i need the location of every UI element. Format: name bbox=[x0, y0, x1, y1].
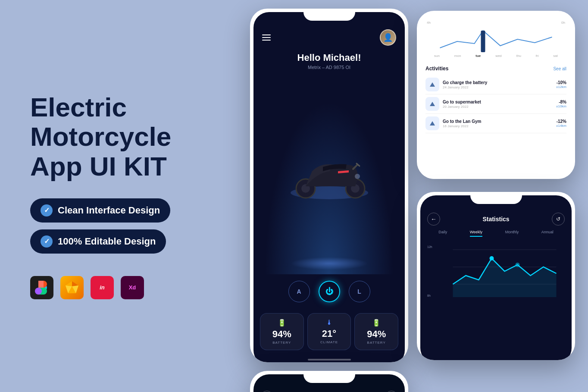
climate-label: CLIMATE bbox=[313, 340, 346, 344]
activity-icon-charge bbox=[425, 78, 439, 91]
svg-point-23 bbox=[516, 263, 520, 267]
tab-daily[interactable]: Daily bbox=[438, 230, 447, 237]
hamburger-menu-icon[interactable] bbox=[262, 34, 271, 41]
activity-stats-charge: -10% ±12km bbox=[556, 80, 566, 89]
stat-climate: 🌡 21° CLIMATE bbox=[307, 313, 351, 350]
stat-battery-2: 🔋 94% BATTERY bbox=[354, 313, 398, 350]
battery-value-1: 94% bbox=[266, 329, 298, 340]
activities-title: Activities bbox=[425, 66, 448, 72]
activity-pct-gym: -12% bbox=[556, 119, 566, 124]
activity-item-0: Go charge the battery 24 January 2022 -1… bbox=[425, 75, 566, 94]
sketch-icon bbox=[60, 276, 84, 299]
svg-marker-21 bbox=[453, 258, 557, 297]
activity-icon-gym bbox=[425, 116, 439, 130]
activity-date-gym: 16 January 2022 bbox=[443, 124, 553, 128]
phone-statistics: ← Statistics ↺ Daily Weekly Monthly Annu… bbox=[417, 192, 575, 360]
see-all-link[interactable]: See all bbox=[553, 66, 566, 71]
left-panel: Electric Motorcycle App UI KIT ✓ Clean I… bbox=[0, 0, 241, 392]
phone-notch-activities bbox=[470, 11, 522, 23]
refresh-button[interactable]: ↺ bbox=[552, 213, 565, 226]
phone-notch-main bbox=[303, 9, 355, 21]
greeting-text: Hello Michael! bbox=[262, 52, 396, 63]
auto-button[interactable]: A bbox=[288, 281, 310, 302]
climate-icon: 🌡 bbox=[313, 319, 346, 326]
activity-date-market: 20 January 2022 bbox=[443, 105, 553, 109]
stats-tabs: Daily Weekly Monthly Annual bbox=[420, 230, 572, 241]
battery-label-1: BATTERY bbox=[266, 341, 298, 345]
svg-marker-5 bbox=[66, 281, 72, 286]
greeting-section: Hello Michael! Metrix – AD 9875 OI bbox=[253, 50, 405, 72]
activity-date-charge: 24 January 2022 bbox=[443, 85, 553, 89]
activity-stats-market: -8% ±10km bbox=[556, 100, 566, 108]
scooter-glow bbox=[291, 257, 368, 270]
battery-label-2: BATTERY bbox=[360, 341, 393, 345]
xd-icon: Xd bbox=[121, 276, 144, 299]
svg-marker-4 bbox=[72, 281, 78, 286]
stats-page-title: Statistics bbox=[482, 216, 509, 223]
activity-info-market: Go to supermarket 20 January 2022 bbox=[443, 100, 553, 109]
back-button[interactable]: ← bbox=[427, 213, 440, 226]
badge-clean-interface: ✓ Clean Interface Design bbox=[30, 198, 170, 223]
tools-row: in Xd bbox=[30, 276, 216, 299]
activity-km-gym: ±14km bbox=[556, 124, 566, 128]
activity-info-gym: Go to the Lan Gym 16 January 2022 bbox=[443, 119, 553, 128]
tab-annual[interactable]: Annual bbox=[541, 230, 554, 237]
activity-item-1: Go to supermarket 20 January 2022 -8% ±1… bbox=[425, 94, 566, 114]
activity-name-charge: Go charge the battery bbox=[443, 80, 553, 85]
avatar: 👤 bbox=[380, 29, 396, 46]
check-icon-2: ✓ bbox=[41, 235, 53, 248]
phone-main-screen: 👤 Hello Michael! Metrix – AD 9875 OI bbox=[253, 12, 405, 362]
activity-pct-charge: -10% bbox=[556, 80, 566, 85]
stats-chart-area: 12h 8h bbox=[420, 241, 572, 301]
invision-icon: in bbox=[91, 276, 114, 299]
battery-icon-2: 🔋 bbox=[360, 319, 393, 327]
check-icon-1: ✓ bbox=[41, 204, 53, 216]
svg-rect-17 bbox=[481, 31, 485, 52]
tab-monthly[interactable]: Monthly bbox=[505, 230, 519, 237]
lock-button[interactable]: L bbox=[349, 281, 370, 302]
home-indicator bbox=[308, 359, 351, 361]
figma-icon bbox=[30, 276, 53, 299]
activity-info-charge: Go charge the battery 24 January 2022 bbox=[443, 80, 553, 89]
stat-battery-1: 🔋 94% BATTERY bbox=[260, 313, 304, 350]
svg-point-16 bbox=[355, 174, 360, 179]
activity-stats-gym: -12% ±14km bbox=[556, 119, 566, 128]
climate-value: 21° bbox=[313, 328, 346, 339]
activity-pct-market: -8% bbox=[556, 100, 566, 104]
main-title: Electric Motorcycle App UI KIT bbox=[30, 93, 216, 181]
phone-activities: 4h 0h sunmontuewedthufrisat Activities bbox=[417, 11, 575, 179]
phone-notch-map bbox=[303, 371, 355, 383]
activity-item-2: Go to the Lan Gym 16 January 2022 -12% ±… bbox=[425, 114, 566, 133]
activities-header: Activities See all bbox=[425, 66, 566, 72]
activities-section: Activities See all Go charge the battery… bbox=[420, 61, 572, 138]
phone-main: 👤 Hello Michael! Metrix – AD 9875 OI bbox=[250, 9, 408, 362]
scooter-area bbox=[253, 72, 405, 274]
chart-days: sunmontuewedthufrisat bbox=[427, 54, 565, 58]
mini-chart bbox=[427, 26, 565, 52]
scooter-image bbox=[282, 145, 377, 201]
battery-value-2: 94% bbox=[360, 329, 393, 340]
battery-icon-1: 🔋 bbox=[266, 319, 298, 327]
power-button[interactable]: ⏻ bbox=[319, 281, 340, 302]
activity-icon-market bbox=[425, 97, 439, 111]
phone-notch-stats bbox=[470, 192, 522, 204]
activity-km-charge: ±12km bbox=[556, 85, 566, 89]
activities-screen: 4h 0h sunmontuewedthufrisat Activities bbox=[420, 14, 572, 179]
activity-name-gym: Go to the Lan Gym bbox=[443, 119, 553, 124]
tab-weekly[interactable]: Weekly bbox=[470, 230, 482, 237]
subtitle-text: Metrix – AD 9875 OI bbox=[262, 65, 396, 70]
stats-screen: ← Statistics ↺ Daily Weekly Monthly Annu… bbox=[420, 195, 572, 360]
activity-km-market: ±10km bbox=[556, 104, 566, 108]
svg-point-2 bbox=[35, 288, 42, 295]
phone-map: ← Maaping 🔍 bbox=[250, 371, 408, 392]
svg-point-22 bbox=[490, 256, 494, 260]
badge-editable: ✓ 100% Editable Design bbox=[30, 229, 166, 254]
stats-chart-y-labels: 12h 8h bbox=[427, 245, 432, 297]
activity-name-market: Go to supermarket bbox=[443, 100, 553, 104]
stats-row: 🔋 94% BATTERY 🌡 21° CLIMATE 🔋 94% BATTER… bbox=[253, 309, 405, 359]
right-panel: 👤 Hello Michael! Metrix – AD 9875 OI bbox=[241, 0, 588, 392]
controls-row: A ⏻ L bbox=[253, 274, 405, 309]
